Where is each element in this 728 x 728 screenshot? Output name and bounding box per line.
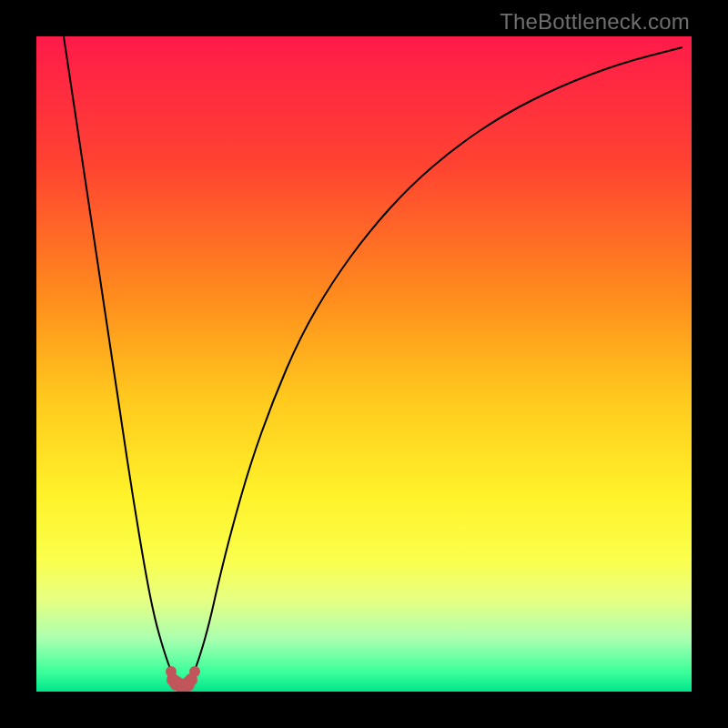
chart-frame: TheBottleneck.com	[0, 0, 728, 728]
plot-area	[36, 36, 692, 692]
gradient-background	[36, 36, 692, 692]
marker-dot	[189, 666, 200, 677]
chart-svg	[36, 36, 692, 692]
watermark-text: TheBottleneck.com	[500, 9, 690, 35]
